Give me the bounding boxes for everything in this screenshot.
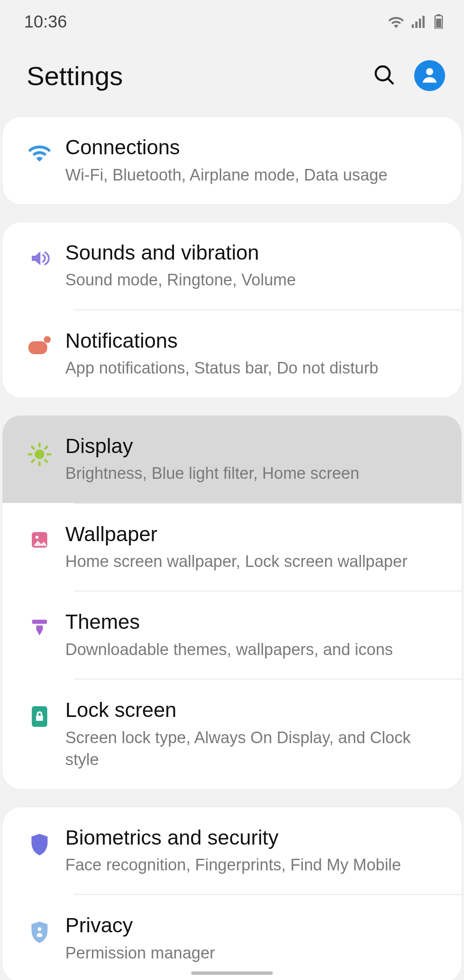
item-subtitle: Brightness, Blue light filter, Home scre… — [65, 462, 444, 484]
wallpaper-icon — [22, 522, 57, 550]
wifi-icon — [22, 135, 57, 162]
svg-line-17 — [32, 447, 34, 449]
signal-status-icon — [412, 15, 426, 28]
item-title: Privacy — [65, 913, 444, 938]
sound-icon — [22, 240, 57, 269]
item-title: Lock screen — [65, 698, 444, 723]
settings-item-privacy[interactable]: PrivacyPermission manager — [3, 895, 461, 980]
settings-item-biometrics-security[interactable]: Biometrics and securityFace recognition,… — [3, 807, 461, 894]
settings-item-themes[interactable]: ThemesDownloadable themes, wallpapers, a… — [3, 591, 461, 679]
svg-line-18 — [45, 460, 47, 462]
svg-point-22 — [35, 536, 38, 539]
settings-list: ConnectionsWi-Fi, Bluetooth, Airplane mo… — [0, 117, 464, 980]
header: Settings — [0, 43, 464, 117]
settings-item-display[interactable]: DisplayBrightness, Blue light filter, Ho… — [3, 416, 461, 503]
shield-icon — [22, 825, 57, 856]
search-button[interactable] — [371, 63, 397, 89]
settings-item-connections[interactable]: ConnectionsWi-Fi, Bluetooth, Airplane mo… — [3, 117, 461, 204]
settings-item-sounds-vibration[interactable]: Sounds and vibrationSound mode, Ringtone… — [3, 222, 461, 309]
svg-rect-2 — [419, 18, 421, 28]
svg-line-8 — [388, 79, 394, 84]
item-title: Notifications — [65, 328, 444, 353]
item-title: Biometrics and security — [65, 825, 444, 850]
settings-item-notifications[interactable]: NotificationsApp notifications, Status b… — [3, 310, 461, 398]
brightness-icon — [22, 434, 57, 467]
page-title: Settings — [27, 61, 123, 91]
item-title: Wallpaper — [65, 522, 444, 547]
bell-icon — [22, 328, 57, 355]
item-title: Sounds and vibration — [65, 240, 444, 265]
item-subtitle: Screen lock type, Always On Display, and… — [65, 727, 444, 771]
item-subtitle: Sound mode, Ringtone, Volume — [65, 269, 444, 291]
item-subtitle: Downloadable themes, wallpapers, and ico… — [65, 639, 444, 661]
item-title: Themes — [65, 609, 444, 634]
battery-status-icon — [434, 14, 443, 29]
clock: 10:36 — [24, 12, 67, 31]
item-subtitle: Home screen wallpaper, Lock screen wallp… — [65, 551, 444, 573]
privacy-icon — [22, 913, 57, 944]
svg-rect-23 — [32, 620, 47, 624]
settings-group: DisplayBrightness, Blue light filter, Ho… — [3, 416, 461, 789]
settings-item-lock-screen[interactable]: Lock screenScreen lock type, Always On D… — [3, 680, 461, 789]
svg-rect-10 — [28, 341, 47, 354]
svg-rect-3 — [422, 16, 424, 28]
wifi-status-icon — [388, 15, 404, 28]
svg-point-9 — [426, 68, 433, 75]
svg-rect-0 — [412, 24, 414, 28]
settings-group: ConnectionsWi-Fi, Bluetooth, Airplane mo… — [3, 117, 461, 204]
themes-icon — [22, 609, 57, 639]
svg-point-12 — [35, 449, 45, 459]
gesture-handle — [191, 971, 273, 975]
svg-line-20 — [45, 447, 47, 449]
profile-button[interactable] — [414, 60, 445, 91]
settings-group: Sounds and vibrationSound mode, Ringtone… — [3, 222, 461, 398]
item-title: Connections — [65, 135, 444, 160]
item-subtitle: App notifications, Status bar, Do not di… — [65, 357, 444, 379]
svg-rect-6 — [436, 18, 441, 28]
item-subtitle: Permission manager — [65, 942, 444, 964]
svg-line-19 — [32, 460, 34, 462]
settings-group: Biometrics and securityFace recognition,… — [3, 807, 461, 980]
item-title: Display — [65, 434, 444, 459]
search-icon — [373, 64, 395, 88]
item-subtitle: Face recognition, Fingerprints, Find My … — [65, 854, 444, 876]
svg-point-11 — [44, 336, 51, 343]
item-subtitle: Wi-Fi, Bluetooth, Airplane mode, Data us… — [65, 164, 444, 186]
status-icons — [388, 14, 443, 29]
status-bar: 10:36 — [0, 0, 464, 43]
svg-point-7 — [376, 67, 390, 81]
lock-icon — [22, 698, 57, 728]
settings-item-wallpaper[interactable]: WallpaperHome screen wallpaper, Lock scr… — [3, 504, 461, 591]
avatar-icon — [420, 65, 439, 86]
svg-point-25 — [37, 928, 41, 931]
svg-rect-1 — [415, 21, 418, 28]
